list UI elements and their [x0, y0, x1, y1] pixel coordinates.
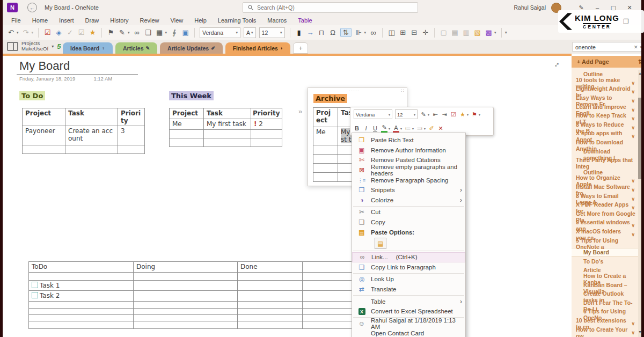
- col-header[interactable]: Task: [65, 108, 118, 126]
- menu-table[interactable]: Table: [298, 17, 312, 24]
- paragraph-handle-icon[interactable]: »: [298, 107, 302, 115]
- link-icon[interactable]: ∞: [133, 29, 141, 36]
- menu-item-convert-to-excel[interactable]: XConvert to Excel Spreadsheet: [352, 306, 465, 317]
- cell[interactable]: [134, 281, 238, 291]
- tab-finished-articles[interactable]: Finished Articles ◗: [225, 42, 291, 54]
- menu-history[interactable]: History: [110, 17, 128, 24]
- col-header[interactable]: Project: [23, 108, 65, 126]
- italic-button[interactable]: I: [363, 125, 369, 131]
- cell[interactable]: [29, 321, 134, 329]
- cell[interactable]: [134, 309, 238, 315]
- col-header[interactable]: Done: [238, 262, 303, 273]
- archive-heading[interactable]: Archive: [313, 94, 347, 103]
- menu-item-remove-author-information[interactable]: ▣Remove Author Information: [352, 145, 465, 156]
- chevron-down-icon[interactable]: ∨: [631, 107, 635, 113]
- bullet-list-icon[interactable]: ≔: [405, 125, 411, 132]
- cell[interactable]: [170, 138, 204, 147]
- user-name[interactable]: Rahul Saigal: [514, 4, 546, 11]
- cell[interactable]: [238, 315, 303, 321]
- bold-button[interactable]: B: [354, 125, 360, 131]
- cell[interactable]: [170, 130, 204, 138]
- menu-file[interactable]: File: [11, 17, 21, 24]
- infinity-icon[interactable]: ∞: [369, 28, 377, 36]
- table-icon[interactable]: ▦: [156, 29, 164, 36]
- flag-icon[interactable]: ⚑: [471, 111, 478, 118]
- cell[interactable]: [65, 145, 118, 154]
- drag-handle-icon[interactable]: ·····: [349, 88, 360, 93]
- cell[interactable]: Me: [313, 127, 338, 145]
- underline-button[interactable]: U: [372, 125, 378, 131]
- app-caret-icon[interactable]: ▾: [494, 31, 496, 35]
- expand-icon[interactable]: ↕: [553, 60, 561, 69]
- cell[interactable]: [118, 145, 145, 154]
- task-label[interactable]: Task 1: [40, 282, 60, 289]
- star-tag-icon[interactable]: ★: [89, 29, 97, 36]
- add-page-button[interactable]: + Add Page ⇅: [572, 56, 644, 68]
- cell[interactable]: My first task: [204, 119, 251, 130]
- increase-indent-icon[interactable]: ⇥: [441, 111, 448, 118]
- new-section-button[interactable]: +: [293, 42, 308, 54]
- chevron-down-icon[interactable]: ∨: [631, 89, 635, 94]
- cell[interactable]: [238, 291, 303, 302]
- levels-caret-icon[interactable]: ▾: [364, 31, 367, 35]
- menu-item-cut[interactable]: ✂Cut: [352, 207, 465, 217]
- menu-item-copy[interactable]: ❏Copy: [352, 217, 465, 228]
- chevron-down-icon[interactable]: ∨: [631, 321, 635, 326]
- col-header[interactable]: Priority: [251, 108, 282, 119]
- chevron-down-icon[interactable]: ∨: [631, 134, 635, 139]
- menu-home[interactable]: Home: [32, 17, 48, 24]
- undo-caret-icon[interactable]: ▾: [17, 31, 19, 35]
- chevron-down-icon[interactable]: ∨: [631, 98, 635, 104]
- cell[interactable]: [204, 130, 251, 138]
- cell[interactable]: [29, 309, 134, 315]
- cell[interactable]: Task 2: [29, 291, 134, 302]
- cell[interactable]: [313, 164, 338, 173]
- decrease-indent-icon[interactable]: ⇤: [432, 111, 438, 118]
- pin-icon[interactable]: ✛: [421, 29, 429, 36]
- tab-articles[interactable]: Articles ✎: [115, 42, 157, 54]
- paste-keep-formatting-button[interactable]: ▤: [375, 238, 386, 249]
- done-tag-icon[interactable]: ✓: [66, 29, 74, 36]
- forward-arrow-icon[interactable]: →: [306, 29, 314, 36]
- clear-search-icon[interactable]: ✕: [634, 45, 638, 50]
- col-header[interactable]: ToDo: [29, 262, 134, 273]
- back-button[interactable]: ←: [27, 3, 37, 12]
- todo-table[interactable]: Project Task Priority Payoneer Create an…: [22, 108, 145, 154]
- redo-icon[interactable]: ↷: [22, 29, 30, 36]
- chevron-down-icon[interactable]: ∨: [631, 116, 635, 121]
- chevron-down-icon[interactable]: ∨: [631, 330, 635, 335]
- chevron-down-icon[interactable]: ∨: [631, 178, 635, 184]
- screenshot-icon[interactable]: ▢: [440, 29, 448, 36]
- chevron-down-icon[interactable]: ∨: [631, 205, 635, 210]
- menu-item-copy-link-to-paragraph[interactable]: ❏Copy Link to Paragraph: [352, 262, 465, 273]
- todo-tag-icon[interactable]: ☑: [450, 111, 457, 118]
- font-color-icon[interactable]: A: [393, 124, 399, 133]
- page-canvas[interactable]: ↕ My Board Friday, January 18, 2019 1:12…: [3, 56, 572, 337]
- undo-icon[interactable]: ↶: [7, 29, 15, 36]
- format-painter-icon[interactable]: ✎: [118, 29, 126, 36]
- cell[interactable]: [29, 315, 134, 321]
- menu-review[interactable]: Review: [140, 17, 159, 24]
- cell[interactable]: [251, 138, 282, 147]
- global-search-box[interactable]: Search (Alt+Q): [243, 2, 418, 13]
- cell[interactable]: [134, 291, 238, 302]
- reminder-bell-icon[interactable]: Ω: [329, 29, 337, 36]
- cell[interactable]: [134, 302, 238, 309]
- insert-picture-icon[interactable]: ▣: [181, 29, 189, 36]
- page-item[interactable]: To Do's: [572, 257, 638, 266]
- cell[interactable]: [251, 130, 282, 138]
- chevron-down-icon[interactable]: ∨: [631, 187, 635, 193]
- brush-icon[interactable]: ✐: [428, 125, 435, 132]
- chevron-down-icon[interactable]: ∨: [631, 80, 635, 86]
- numbered-list-icon[interactable]: ≕: [416, 125, 423, 132]
- chevron-down-icon[interactable]: ∨: [631, 196, 635, 202]
- this-week-heading[interactable]: This Week: [169, 91, 214, 100]
- task-checkbox[interactable]: [32, 282, 38, 288]
- attach-file-icon[interactable]: ∮: [170, 29, 178, 36]
- chevron-down-icon[interactable]: ∨: [631, 232, 635, 237]
- mini-font-select[interactable]: Verdana▾: [354, 109, 392, 119]
- new-window-icon[interactable]: ⊞: [399, 29, 407, 36]
- cell[interactable]: [238, 321, 303, 329]
- tab-idea-board[interactable]: Idea Board ♀: [63, 42, 113, 54]
- cell[interactable]: [238, 281, 303, 291]
